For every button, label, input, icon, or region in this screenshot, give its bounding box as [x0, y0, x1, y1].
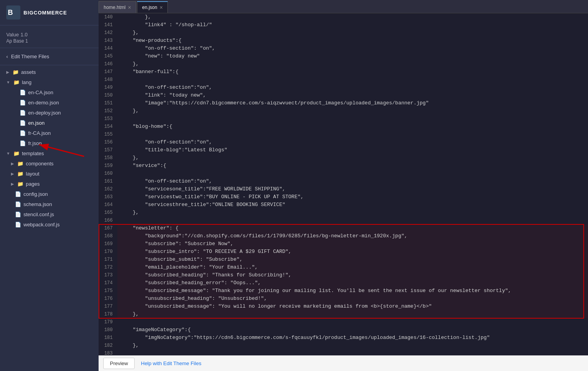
- line-number: 165: [99, 209, 117, 217]
- line-content: [117, 318, 588, 326]
- tree-item-fr-CA.json[interactable]: 📄fr-CA.json: [0, 128, 99, 138]
- code-line-151: 151 "image":"https://cdn7.bigcommerce.co…: [99, 99, 588, 107]
- line-number: 156: [99, 138, 117, 146]
- tab-close-icon[interactable]: ×: [160, 5, 163, 10]
- tab-en.json[interactable]: en.json×: [137, 1, 168, 13]
- chevron-icon: ▶: [11, 182, 14, 186]
- file-icon: 📄: [20, 89, 26, 95]
- tree-item-label: fr.json: [28, 140, 42, 146]
- line-content: "blog-home":{: [117, 123, 588, 131]
- line-content: "image":"https://cdn7.bigcommerce.com/s-…: [117, 99, 588, 107]
- tree-item-label: components: [26, 161, 54, 167]
- code-line-168: 168 "background":"//cdn.shopify.com/s/fi…: [99, 232, 588, 240]
- line-number: 182: [99, 342, 117, 349]
- tree-item-en.json[interactable]: 📄en.json: [0, 118, 99, 128]
- line-number: 166: [99, 217, 117, 224]
- line-content: "subscribed_heading": "Thanks for Subscr…: [117, 271, 588, 279]
- file-icon: 📄: [15, 191, 21, 197]
- tree-item-stencil.conf.js[interactable]: 📄stencil.conf.js: [0, 209, 99, 219]
- code-line-155: 155: [99, 131, 588, 138]
- back-to-theme-button[interactable]: ‹ Edit Theme Files: [0, 48, 99, 65]
- line-content: },: [117, 107, 588, 115]
- code-line-179: 179: [99, 318, 588, 326]
- file-icon: 📄: [15, 201, 21, 207]
- tree-item-lang[interactable]: ▼📁lang: [0, 77, 99, 87]
- line-number: 173: [99, 271, 117, 279]
- line-content: "link4" : "/shop-all/": [117, 21, 588, 29]
- tree-item-components[interactable]: ▶📁components: [0, 158, 99, 168]
- code-line-169: 169 "subscribe": "Subscribe Now",: [99, 240, 588, 248]
- tree-item-label: templates: [22, 151, 44, 156]
- folder-icon: 📁: [17, 181, 23, 187]
- line-number: 150: [99, 91, 117, 99]
- code-editor[interactable]: 140 },141 "link4" : "/shop-all/"142 },14…: [99, 13, 588, 355]
- tree-item-fr.json[interactable]: 📄fr.json: [0, 138, 99, 148]
- tree-item-en-demo.json[interactable]: 📄en-demo.json: [0, 97, 99, 108]
- line-content: },: [117, 209, 588, 217]
- line-number: 146: [99, 60, 117, 68]
- editor-wrapper: 140 },141 "link4" : "/shop-all/"142 },14…: [99, 13, 588, 355]
- line-content: },: [117, 29, 588, 37]
- line-content: },: [117, 310, 588, 318]
- line-number: 172: [99, 263, 117, 271]
- folder-icon: 📁: [17, 170, 23, 177]
- code-line-142: 142 },: [99, 29, 588, 37]
- line-number: 170: [99, 248, 117, 256]
- help-link[interactable]: Help with Edit Theme Files: [141, 360, 201, 366]
- line-number: 162: [99, 185, 117, 193]
- line-content: "servicesone_title":"FREE WORLDWIDE SHIP…: [117, 185, 588, 193]
- line-number: 175: [99, 287, 117, 295]
- code-line-165: 165 },: [99, 209, 588, 217]
- bottom-bar: Preview Help with Edit Theme Files: [99, 355, 588, 371]
- line-content: "new-products":{: [117, 37, 588, 45]
- tree-item-en-deploy.json[interactable]: 📄en-deploy.json: [0, 108, 99, 118]
- store-plan: Ap Base 1: [6, 38, 92, 44]
- tree-item-pages[interactable]: ▶📁pages: [0, 179, 99, 189]
- tree-item-templates[interactable]: ▼📁templates: [0, 148, 99, 158]
- line-content: },: [117, 342, 588, 349]
- tree-item-label: config.json: [23, 191, 48, 197]
- line-content: "on-off-section": "on",: [117, 45, 588, 52]
- line-content: "title-blog":"Latest Blogs": [117, 146, 588, 154]
- tab-home.html[interactable]: home.html×: [99, 1, 136, 13]
- preview-button[interactable]: Preview: [103, 358, 135, 369]
- line-number: 141: [99, 21, 117, 29]
- line-content: "subscribed_message": "Thank you for joi…: [117, 287, 588, 295]
- code-line-153: 153: [99, 115, 588, 123]
- file-icon: 📄: [15, 211, 21, 217]
- line-number: 171: [99, 256, 117, 263]
- line-content: "on-off-section":"on",: [117, 177, 588, 185]
- chevron-icon: ▼: [6, 80, 10, 84]
- line-number: 149: [99, 84, 117, 91]
- tree-item-label: lang: [22, 79, 32, 85]
- line-content: [117, 131, 588, 138]
- tab-bar: home.html×en.json×: [99, 0, 588, 13]
- code-line-141: 141 "link4" : "/shop-all/": [99, 21, 588, 29]
- code-line-150: 150 "link": "today new",: [99, 91, 588, 99]
- chevron-icon: ▶: [6, 70, 9, 74]
- tree-item-assets[interactable]: ▶📁assets: [0, 67, 99, 77]
- store-name: Value 1.0: [6, 31, 92, 38]
- line-content: "on-off-section":"on",: [117, 138, 588, 146]
- code-line-163: 163 "servicestwo_title":"BUY ONLINE - PI…: [99, 193, 588, 201]
- code-line-145: 145 "new": "today new": [99, 52, 588, 60]
- tree-item-en-CA.json[interactable]: 📄en-CA.json: [0, 87, 99, 97]
- line-number: 151: [99, 99, 117, 107]
- code-line-160: 160: [99, 170, 588, 177]
- line-content: "on-off-section":"on",: [117, 84, 588, 91]
- line-content: "subscribe_submit": "Subscribe",: [117, 256, 588, 263]
- tree-item-config.json[interactable]: 📄config.json: [0, 189, 99, 199]
- tree-item-layout[interactable]: ▶📁layout: [0, 168, 99, 179]
- line-content: "service":{: [117, 162, 588, 170]
- line-number: 183: [99, 349, 117, 355]
- tree-item-schema.json[interactable]: 📄schema.json: [0, 199, 99, 209]
- tree-item-webpack.conf.js[interactable]: 📄webpack.conf.js: [0, 219, 99, 229]
- line-content: "subscribed_heading_error": "Oops...",: [117, 279, 588, 287]
- line-number: 155: [99, 131, 117, 138]
- main-editor: home.html×en.json× 140 },141 "link4" : "…: [99, 0, 588, 371]
- code-line-154: 154 "blog-home":{: [99, 123, 588, 131]
- tab-close-icon[interactable]: ×: [128, 5, 131, 10]
- line-content: [117, 170, 588, 177]
- code-line-148: 148: [99, 76, 588, 84]
- file-icon: 📄: [20, 109, 26, 116]
